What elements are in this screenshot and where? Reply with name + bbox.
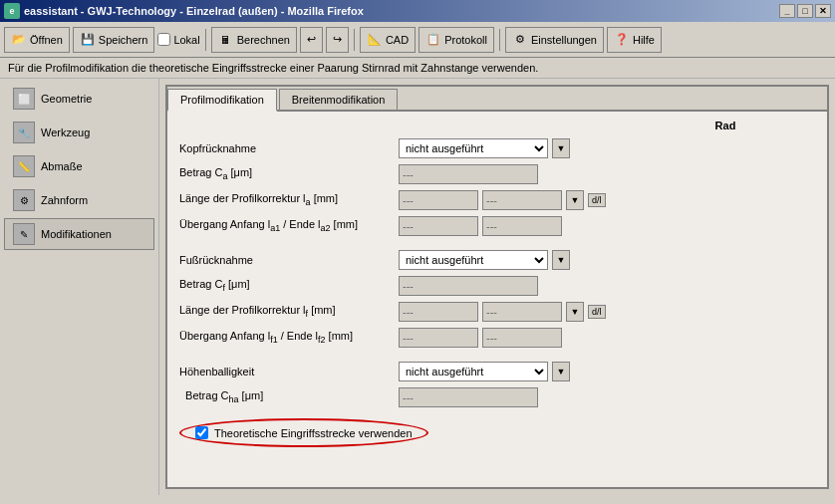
checkbox-highlight: Theoretische Eingriffsstrecke verwenden bbox=[179, 418, 428, 447]
lokal-checkbox[interactable] bbox=[157, 33, 170, 46]
gap-2 bbox=[179, 353, 815, 361]
column-header-row: Rad bbox=[179, 120, 815, 131]
sidebar-label-zahnform: Zahnform bbox=[41, 194, 88, 206]
fussruecknahme-betrag-label: Betrag Cf [μm] bbox=[179, 278, 399, 293]
fussruecknahme-laenge-input2[interactable] bbox=[482, 302, 562, 322]
eingriffsstrecke-checkbox[interactable] bbox=[195, 426, 208, 439]
einstellungen-icon: ⚙ bbox=[512, 32, 528, 48]
cad-button[interactable]: 📐 CAD bbox=[360, 27, 416, 53]
sidebar-item-werkzeug[interactable]: 🔧 Werkzeug bbox=[4, 117, 154, 148]
protokoll-button[interactable]: 📋 Protokoll bbox=[418, 27, 494, 53]
einstellungen-button[interactable]: ⚙ Einstellungen bbox=[505, 27, 604, 53]
kopfruecknahme-uebergang-controls bbox=[399, 216, 815, 236]
fussruecknahme-betrag-input[interactable] bbox=[399, 276, 538, 296]
hoehenballigkeit-dropdown-btn[interactable]: ▼ bbox=[552, 362, 570, 381]
fussruecknahme-dl-btn[interactable]: d/l bbox=[588, 305, 606, 319]
checkbox-label: Theoretische Eingriffsstrecke verwenden bbox=[214, 427, 413, 439]
info-bar: Für die Profilmodifikation die theoretis… bbox=[0, 58, 835, 79]
fussruecknahme-dropdown-btn[interactable]: ▼ bbox=[552, 250, 570, 270]
cad-icon: 📐 bbox=[367, 32, 383, 48]
hoehenballigkeit-select[interactable]: nicht ausgeführt bbox=[399, 362, 548, 381]
fussruecknahme-uebergang-input1[interactable] bbox=[399, 328, 478, 348]
berechnen-button[interactable]: 🖩 Berechnen bbox=[211, 27, 297, 53]
open-button[interactable]: 📂 Öffnen bbox=[4, 27, 70, 53]
kopfruecknahme-row: Kopfrücknahme nicht ausgeführt ▼ bbox=[179, 137, 815, 159]
tab-bar: Profilmodifikation Breitenmodifikation bbox=[167, 87, 827, 112]
main-content: ⬜ Geometrie 🔧 Werkzeug 📏 Abmaße ⚙ Zahnfo… bbox=[0, 79, 835, 495]
abmasse-icon: 📏 bbox=[13, 155, 35, 177]
hoehenballigkeit-row: Höhenballigkeit nicht ausgeführt ▼ bbox=[179, 361, 815, 382]
kopfruecknahme-laenge-input2[interactable] bbox=[482, 190, 562, 210]
info-text: Für die Profilmodifikation die theoretis… bbox=[8, 62, 538, 74]
kopfruecknahme-label: Kopfrücknahme bbox=[179, 142, 399, 154]
tab-profilmodifikation[interactable]: Profilmodifikation bbox=[167, 89, 277, 112]
fussruecknahme-laenge-input1[interactable] bbox=[399, 302, 478, 322]
title-bar: e eassistant - GWJ-Technology - Einzelra… bbox=[0, 0, 835, 22]
kopfruecknahme-uebergang-input1[interactable] bbox=[399, 216, 478, 236]
kopfruecknahme-laenge-controls: ▼ d/l bbox=[399, 190, 815, 210]
toolbar: 📂 Öffnen 💾 Speichern Lokal 🖩 Berechnen ↩… bbox=[0, 22, 835, 58]
kopfruecknahme-dl-btn[interactable]: d/l bbox=[588, 193, 606, 207]
hoehenballigkeit-label: Höhenballigkeit bbox=[179, 366, 399, 378]
rad-column-header: Rad bbox=[636, 120, 815, 131]
kopfruecknahme-laenge-dropdown[interactable]: ▼ bbox=[566, 190, 584, 210]
kopfruecknahme-laenge-input1[interactable] bbox=[399, 190, 478, 210]
sidebar-item-zahnform[interactable]: ⚙ Zahnform bbox=[4, 184, 154, 216]
werkzeug-icon: 🔧 bbox=[13, 122, 35, 143]
hilfe-button[interactable]: ❓ Hilfe bbox=[607, 27, 662, 53]
right-panel: Profilmodifikation Breitenmodifikation R… bbox=[159, 79, 835, 495]
kopfruecknahme-laenge-label: Länge der Profilkorrektur la [mm] bbox=[179, 192, 399, 207]
checkbox-container: Theoretische Eingriffsstrecke verwenden bbox=[179, 418, 815, 447]
kopfruecknahme-uebergang-row: Übergang Anfang la1 / Ende la2 [mm] bbox=[179, 215, 815, 237]
fussruecknahme-uebergang-row: Übergang Anfang lf1 / Ende lf2 [mm] bbox=[179, 327, 815, 349]
fussruecknahme-label: Fußrücknahme bbox=[179, 254, 399, 266]
kopfruecknahme-select[interactable]: nicht ausgeführt bbox=[399, 138, 548, 158]
fussruecknahme-laenge-row: Länge der Profilkorrektur lf [mm] ▼ d/l bbox=[179, 301, 815, 323]
hoehenballigkeit-betrag-input[interactable] bbox=[399, 387, 538, 407]
kopfruecknahme-uebergang-input2[interactable] bbox=[482, 216, 562, 236]
kopfruecknahme-controls: nicht ausgeführt ▼ bbox=[399, 138, 815, 158]
hoehenballigkeit-betrag-controls bbox=[399, 387, 815, 407]
tab-container: Profilmodifikation Breitenmodifikation R… bbox=[165, 85, 829, 489]
hoehenballigkeit-controls: nicht ausgeführt ▼ bbox=[399, 362, 815, 381]
fussruecknahme-uebergang-controls bbox=[399, 328, 815, 348]
tab-breitenmodifikation[interactable]: Breitenmodifikation bbox=[279, 89, 399, 110]
content-area: Rad Kopfrücknahme nicht ausgeführt ▼ Bet… bbox=[167, 112, 827, 487]
sidebar-item-abmasse[interactable]: 📏 Abmaße bbox=[4, 150, 154, 182]
berechnen-icon: 🖩 bbox=[218, 32, 234, 48]
open-icon: 📂 bbox=[11, 32, 27, 48]
window-title: eassistant - GWJ-Technology - Einzelrad … bbox=[24, 5, 364, 17]
fussruecknahme-select[interactable]: nicht ausgeführt bbox=[399, 250, 548, 270]
fussruecknahme-laenge-label: Länge der Profilkorrektur lf [mm] bbox=[179, 304, 399, 319]
undo-button[interactable]: ↩ bbox=[300, 27, 323, 53]
fussruecknahme-controls: nicht ausgeführt ▼ bbox=[399, 250, 815, 270]
fussruecknahme-betrag-controls bbox=[399, 276, 815, 296]
fussruecknahme-row: Fußrücknahme nicht ausgeführt ▼ bbox=[179, 249, 815, 271]
sidebar-label-abmasse: Abmaße bbox=[41, 160, 83, 172]
lokal-checkbox-group: Lokal bbox=[157, 33, 199, 46]
sidebar-item-geometrie[interactable]: ⬜ Geometrie bbox=[4, 83, 154, 115]
fussruecknahme-uebergang-input2[interactable] bbox=[482, 328, 562, 348]
kopfruecknahme-betrag-input[interactable] bbox=[399, 164, 538, 184]
zahnform-icon: ⚙ bbox=[13, 189, 35, 211]
separator-2 bbox=[354, 29, 355, 51]
fussruecknahme-laenge-controls: ▼ d/l bbox=[399, 302, 815, 322]
close-button[interactable]: ✕ bbox=[815, 4, 831, 18]
gap-1 bbox=[179, 241, 815, 249]
separator-1 bbox=[205, 29, 206, 51]
minimize-button[interactable]: _ bbox=[779, 4, 795, 18]
sidebar: ⬜ Geometrie 🔧 Werkzeug 📏 Abmaße ⚙ Zahnfo… bbox=[0, 79, 159, 495]
sidebar-item-modifikationen[interactable]: ✎ Modifikationen bbox=[4, 218, 154, 250]
kopfruecknahme-dropdown-btn[interactable]: ▼ bbox=[552, 138, 570, 158]
hoehenballigkeit-betrag-label: Betrag Cha [μm] bbox=[179, 389, 399, 404]
app-icon: e bbox=[4, 3, 20, 19]
maximize-button[interactable]: □ bbox=[797, 4, 813, 18]
sidebar-label-werkzeug: Werkzeug bbox=[41, 126, 90, 138]
kopfruecknahme-uebergang-label: Übergang Anfang la1 / Ende la2 [mm] bbox=[179, 218, 399, 233]
kopfruecknahme-laenge-row: Länge der Profilkorrektur la [mm] ▼ d/l bbox=[179, 189, 815, 211]
hoehenballigkeit-betrag-row: Betrag Cha [μm] bbox=[179, 386, 815, 408]
kopfruecknahme-betrag-row: Betrag Ca [μm] bbox=[179, 163, 815, 185]
save-button[interactable]: 💾 Speichern bbox=[73, 27, 155, 53]
fussruecknahme-laenge-dropdown[interactable]: ▼ bbox=[566, 302, 584, 322]
redo-button[interactable]: ↪ bbox=[326, 27, 349, 53]
